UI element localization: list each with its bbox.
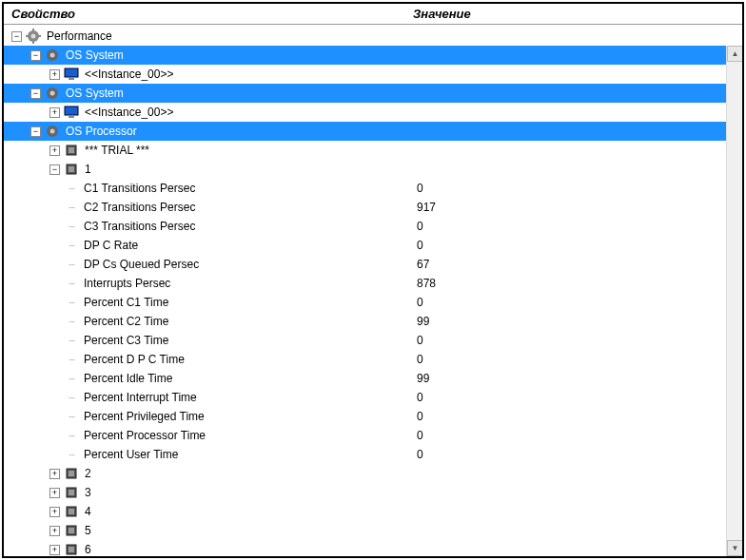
tree-node-metric[interactable]: ····Percent Interrupt Time0 bbox=[4, 388, 742, 407]
metric-name: Percent C1 Time bbox=[82, 293, 170, 312]
svg-rect-8 bbox=[65, 68, 78, 77]
tree-node-metric[interactable]: ····Percent Processor Time0 bbox=[4, 426, 742, 445]
tree-node-metric[interactable]: ····C1 Transitions Persec0 bbox=[4, 179, 742, 198]
metric-name: Percent Interrupt Time bbox=[82, 388, 199, 407]
tree-node-metric[interactable]: ····Percent Idle Time99 bbox=[4, 369, 742, 388]
tree-node-metric[interactable]: ····Percent Privileged Time0 bbox=[4, 407, 742, 426]
tree-node-metric[interactable]: ····Percent C2 Time99 bbox=[4, 312, 742, 331]
tree-label: 3 bbox=[83, 483, 93, 502]
tree-connector-icon: ···· bbox=[69, 179, 82, 198]
tree-node-metric[interactable]: ····DP Cs Queued Persec67 bbox=[4, 255, 742, 274]
tree-node-os-processor[interactable]: − OS Processor bbox=[4, 122, 742, 141]
tree-connector-icon: ···· bbox=[69, 198, 82, 217]
svg-rect-12 bbox=[65, 106, 78, 115]
header-property: Свойство bbox=[4, 7, 413, 21]
tree-connector-icon: ···· bbox=[69, 350, 82, 369]
tree-connector-icon: ···· bbox=[69, 312, 82, 331]
chip-icon bbox=[64, 466, 79, 481]
expander-plus-icon[interactable]: + bbox=[49, 145, 60, 156]
metric-name: Percent C2 Time bbox=[82, 312, 170, 331]
metric-name: Percent Privileged Time bbox=[82, 407, 206, 426]
tree-connector-icon: ···· bbox=[69, 331, 82, 350]
metric-value: 917 bbox=[413, 198, 742, 217]
chip-icon bbox=[64, 162, 79, 177]
expander-plus-icon[interactable]: + bbox=[49, 107, 60, 118]
svg-rect-3 bbox=[32, 41, 34, 44]
metric-name: Percent User Time bbox=[82, 445, 180, 464]
metric-name: C2 Transitions Persec bbox=[82, 198, 197, 217]
tree-connector-icon: ···· bbox=[69, 274, 82, 293]
tree-node-metric[interactable]: ····Percent C1 Time0 bbox=[4, 293, 742, 312]
tree-node-metric[interactable]: ····Percent User Time0 bbox=[4, 445, 742, 464]
expander-plus-icon[interactable]: + bbox=[49, 545, 60, 555]
tree-node-os-system-2[interactable]: − OS System bbox=[4, 84, 742, 103]
metric-value: 0 bbox=[413, 236, 742, 255]
scroll-down-button[interactable]: ▼ bbox=[727, 540, 742, 556]
expander-minus-icon[interactable]: − bbox=[30, 88, 41, 99]
tree-connector-icon: ···· bbox=[69, 369, 82, 388]
chip-icon bbox=[64, 485, 79, 500]
tree-node-cpu[interactable]: +6 bbox=[4, 540, 742, 556]
tree-connector-icon: ···· bbox=[69, 293, 82, 312]
metric-name: Percent D P C Time bbox=[82, 350, 186, 369]
expander-minus-icon[interactable]: − bbox=[11, 31, 22, 42]
svg-rect-9 bbox=[69, 78, 74, 80]
metric-name: Percent Idle Time bbox=[82, 369, 174, 388]
metric-name: DP Cs Queued Persec bbox=[82, 255, 201, 274]
expander-plus-icon[interactable]: + bbox=[49, 488, 60, 498]
metric-value: 0 bbox=[413, 350, 742, 369]
svg-rect-5 bbox=[38, 35, 41, 37]
gear-icon bbox=[45, 48, 60, 63]
tree-node-metric[interactable]: ····Interrupts Persec878 bbox=[4, 274, 742, 293]
expander-plus-icon[interactable]: + bbox=[49, 69, 60, 80]
tree-node-cpu[interactable]: +4 bbox=[4, 502, 742, 521]
vertical-scrollbar[interactable]: ▲ ▼ bbox=[726, 46, 742, 556]
metric-value: 0 bbox=[413, 179, 742, 198]
tree-label: OS System bbox=[64, 84, 126, 103]
header-value: Значение bbox=[413, 7, 742, 21]
metric-value: 0 bbox=[413, 388, 742, 407]
tree-node-cpu[interactable]: +3 bbox=[4, 483, 742, 502]
metric-name: Percent Processor Time bbox=[82, 426, 207, 445]
metric-name: C3 Transitions Persec bbox=[82, 217, 197, 236]
metric-value: 0 bbox=[413, 445, 742, 464]
metric-value: 99 bbox=[413, 312, 742, 331]
metric-value: 0 bbox=[413, 293, 742, 312]
tree-node-cpu[interactable]: +5 bbox=[4, 521, 742, 540]
scroll-track[interactable] bbox=[727, 62, 742, 540]
tree-node-performance[interactable]: − Performance bbox=[4, 27, 742, 46]
tree-node-metric[interactable]: ····Percent D P C Time0 bbox=[4, 350, 742, 369]
tree-node-cpu-1[interactable]: − 1 bbox=[4, 160, 742, 179]
tree-connector-icon: ···· bbox=[69, 236, 82, 255]
expander-plus-icon[interactable]: + bbox=[49, 507, 60, 517]
tree-label: 2 bbox=[83, 464, 93, 483]
expander-plus-icon[interactable]: + bbox=[49, 469, 60, 479]
gear-icon bbox=[45, 86, 60, 101]
tree-label: *** TRIAL *** bbox=[83, 141, 151, 160]
tree-node-instance-1[interactable]: + <<Instance_00>> bbox=[4, 65, 742, 84]
tree-node-metric[interactable]: ····DP C Rate0 bbox=[4, 236, 742, 255]
tree-node-trial[interactable]: + *** TRIAL *** bbox=[4, 141, 742, 160]
tree-node-os-system-1[interactable]: − OS System bbox=[4, 46, 742, 65]
tree-node-cpu[interactable]: +2 bbox=[4, 464, 742, 483]
metric-value: 67 bbox=[413, 255, 742, 274]
tree-view[interactable]: − Performance − OS System + <<Instance_0… bbox=[4, 25, 742, 556]
expander-plus-icon[interactable]: + bbox=[49, 526, 60, 536]
column-header: Свойство Значение bbox=[4, 4, 742, 25]
scroll-up-button[interactable]: ▲ bbox=[727, 46, 742, 62]
gear-icon bbox=[26, 29, 41, 44]
tree-node-instance-2[interactable]: + <<Instance_00>> bbox=[4, 103, 742, 122]
tree-label: Performance bbox=[45, 27, 114, 46]
svg-rect-13 bbox=[69, 116, 74, 118]
expander-minus-icon[interactable]: − bbox=[30, 126, 41, 137]
tree-node-metric[interactable]: ····C3 Transitions Persec0 bbox=[4, 217, 742, 236]
metric-name: C1 Transitions Persec bbox=[82, 179, 197, 198]
tree-label: 1 bbox=[83, 160, 93, 179]
tree-node-metric[interactable]: ····Percent C3 Time0 bbox=[4, 331, 742, 350]
tree-label: <<Instance_00>> bbox=[83, 65, 175, 84]
tree-node-metric[interactable]: ····C2 Transitions Persec917 bbox=[4, 198, 742, 217]
tree-connector-icon: ···· bbox=[69, 445, 82, 464]
monitor-icon bbox=[64, 67, 79, 82]
expander-minus-icon[interactable]: − bbox=[30, 50, 41, 61]
expander-minus-icon[interactable]: − bbox=[49, 164, 60, 175]
